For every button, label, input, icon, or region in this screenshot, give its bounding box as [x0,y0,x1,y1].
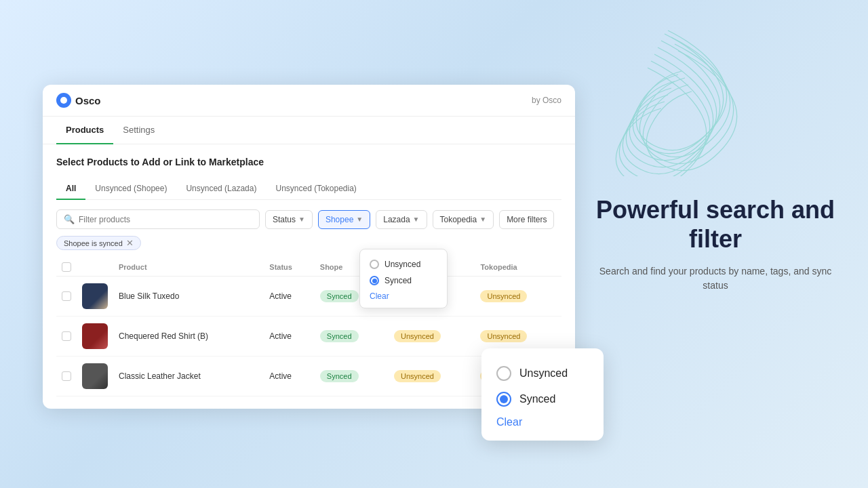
shopee-badge: Synced [320,330,359,342]
nav-tab-settings[interactable]: Settings [113,117,164,144]
dropdown-option-unsynced[interactable]: Unsynced [370,256,437,272]
large-unsynced-label: Unsynced [519,367,568,380]
active-filter-shopee-synced: Shopee is synced ✕ [56,236,141,250]
tokopedia-badge: Unsynced [480,290,527,302]
row-checkbox[interactable] [62,291,71,301]
nav-tabs: Products Settings [43,117,575,144]
product-image [82,323,108,349]
large-synced-radio[interactable] [496,392,511,407]
active-filters: Shopee is synced ✕ [56,236,561,250]
active-filter-close-icon[interactable]: ✕ [126,239,134,247]
large-synced-label: Synced [519,393,555,405]
large-dropdown: Unsynced Synced Clear [481,348,604,441]
lazada-filter-button[interactable]: Lazada ▼ [376,210,427,229]
filter-tab-unsynced-lazada[interactable]: Unsynced (Lazada) [176,178,266,200]
more-filters-label: More filters [507,215,547,224]
shopee-filter-caret: ▼ [356,216,363,223]
large-dropdown-option-unsynced[interactable]: Unsynced [496,361,589,386]
col-product: Product [113,258,264,277]
filter-tabs: All Unsynced (Shopee) Unsynced (Lazada) … [56,178,561,200]
filter-tab-unsynced-shopee[interactable]: Unsynced (Shopee) [85,178,176,200]
nav-tab-products[interactable]: Products [56,117,113,144]
more-filters-button[interactable]: More filters [499,210,554,229]
large-unsynced-radio[interactable] [496,366,511,381]
synced-label: Synced [384,276,412,285]
shopee-filter-label: Shopee [326,215,353,224]
status-filter-button[interactable]: Status ▼ [265,210,313,229]
synced-radio[interactable] [370,276,379,285]
col-status: Status [264,258,315,277]
product-status: Active [264,317,315,357]
row-checkbox[interactable] [62,331,71,341]
app-header: Osco by Osco [43,85,575,117]
shopee-dropdown: Unsynced Synced Clear [359,249,448,308]
tokopedia-filter-caret: ▼ [479,216,486,223]
product-status: Active [264,357,315,396]
filter-tab-all[interactable]: All [56,178,85,200]
product-name: Chequered Red Shirt (B) [113,317,264,357]
search-icon: 🔍 [64,214,75,224]
lazada-badge: Unsynced [394,330,441,342]
large-dropdown-option-synced[interactable]: Synced [496,386,589,412]
product-status: Active [264,277,315,317]
shopee-badge: Synced [320,290,359,302]
row-checkbox[interactable] [62,371,71,381]
product-image [82,363,108,389]
logo-inner [60,97,67,104]
right-panel-title: Powerful search and filter [590,195,841,253]
unsynced-label: Unsynced [384,260,420,269]
active-filter-label: Shopee is synced [64,239,123,247]
search-box[interactable]: 🔍 [56,209,260,229]
product-image [82,283,108,309]
logo-icon [56,93,71,108]
col-tokopedia: Tokopedia [475,258,561,277]
search-filter-row: 🔍 Status ▼ Shopee ▼ Lazada ▼ Tokopedia ▼… [56,209,561,229]
tokopedia-filter-button[interactable]: Tokopedia ▼ [433,210,494,229]
status-filter-label: Status [273,215,296,224]
by-osco-label: by Osco [532,96,561,105]
app-logo: Osco [56,93,101,108]
table-row: Blue Silk Tuxedo Active Synced Unsynced … [56,277,561,317]
tokopedia-badge: Unsynced [480,330,527,342]
unsynced-radio[interactable] [370,260,379,269]
search-input[interactable] [79,215,252,224]
lazada-filter-caret: ▼ [413,216,420,223]
shopee-filter-button[interactable]: Shopee ▼ [318,210,370,229]
tokopedia-filter-label: Tokopedia [440,215,477,224]
app-name: Osco [75,95,101,106]
right-panel: Powerful search and filter Search and fi… [570,0,868,488]
status-filter-caret: ▼ [298,216,305,223]
product-name: Blue Silk Tuxedo [113,277,264,317]
filter-tab-unsynced-tokopedia[interactable]: Unsynced (Tokopedia) [266,178,366,200]
dropdown-clear-button[interactable]: Clear [370,289,437,301]
dropdown-option-synced[interactable]: Synced [370,272,437,289]
select-all-checkbox[interactable] [62,262,71,272]
product-name: Classic Leather Jacket [113,357,264,396]
page-title: Select Products to Add or Link to Market… [56,157,561,167]
large-dropdown-clear-button[interactable]: Clear [496,412,589,428]
right-panel-subtitle: Search and find your products by name, t… [590,264,841,293]
lazada-filter-label: Lazada [383,215,410,224]
lazada-badge: Unsynced [394,370,441,382]
shopee-badge: Synced [320,370,359,382]
